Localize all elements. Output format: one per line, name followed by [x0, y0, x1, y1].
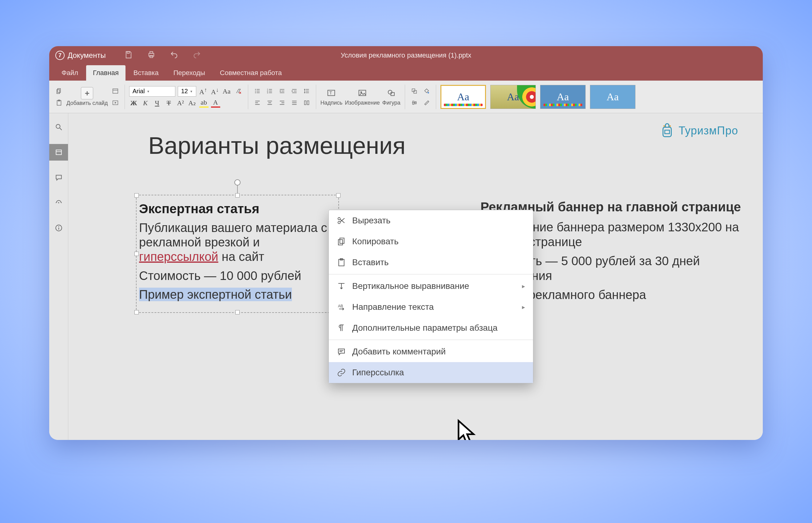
copy-menu-icon [337, 237, 346, 246]
sidebar-info[interactable] [49, 220, 68, 236]
chevron-right-icon: ▸ [522, 303, 525, 311]
bullets-icon[interactable] [253, 86, 262, 96]
layout-icon[interactable] [110, 86, 120, 96]
menubar: Файл Главная Вставка Переходы Совместная… [49, 65, 763, 80]
clear-format-icon[interactable] [234, 87, 244, 96]
ctx-cut[interactable]: Вырезать [329, 210, 533, 231]
svg-rect-54 [412, 89, 415, 91]
scissors-icon [337, 216, 346, 225]
add-slide-button[interactable]: + Добавить слайд [67, 87, 108, 106]
tab-transitions[interactable]: Переходы [167, 65, 212, 80]
tab-insert[interactable]: Вставка [127, 65, 165, 80]
tab-collaboration[interactable]: Совместная работа [213, 65, 289, 80]
ctx-paragraph-options[interactable]: Дополнительные параметры абзаца [329, 318, 533, 338]
change-case-icon[interactable]: Aa [222, 87, 231, 95]
resize-handle-tm[interactable] [235, 193, 240, 198]
svg-rect-4 [57, 88, 60, 92]
resize-handle-tl[interactable] [134, 193, 139, 198]
resize-handle-ml[interactable] [134, 252, 139, 256]
leftbox-p3: Пример экспертной статьи [139, 287, 336, 302]
decrease-indent-icon[interactable] [277, 86, 287, 96]
undo-icon[interactable] [170, 51, 179, 60]
superscript-button[interactable]: A² [176, 99, 185, 107]
resize-handle-tr[interactable] [336, 193, 340, 198]
ctx-text-direction[interactable]: AB Направление текста ▸ [329, 296, 533, 318]
ctx-add-comment[interactable]: Добавить комментарий [329, 341, 533, 362]
ctx-paste[interactable]: Вставить [329, 252, 533, 273]
align-left-icon[interactable] [253, 98, 262, 108]
tab-home[interactable]: Главная [86, 65, 126, 80]
cursor-arrow-icon [456, 419, 477, 440]
svg-text:3: 3 [267, 91, 268, 94]
theme-thumb-4[interactable]: Aa [590, 85, 635, 109]
svg-point-17 [255, 92, 256, 93]
image-label: Изображение [345, 100, 380, 106]
ctx-hyperlink[interactable]: Гиперссылка [329, 362, 533, 383]
line-spacing-icon[interactable] [302, 86, 312, 96]
image-button[interactable]: Изображение [345, 87, 380, 106]
slide-canvas[interactable]: ТуризмПро Варианты размещения Экспертная… [68, 113, 763, 440]
app-brand[interactable]: 7 Документы [55, 51, 106, 60]
ctx-copy[interactable]: Копировать [329, 231, 533, 252]
shape-label: Фигура [382, 100, 401, 106]
sidebar-comments[interactable] [49, 169, 68, 186]
tab-file[interactable]: Файл [55, 65, 85, 80]
svg-point-70 [669, 125, 671, 127]
align-center-icon[interactable] [265, 98, 275, 108]
increase-indent-icon[interactable] [290, 86, 299, 96]
sidebar-search[interactable] [49, 119, 68, 136]
textbox-button[interactable]: T Надпись [320, 87, 343, 106]
numbering-icon[interactable]: 123 [265, 86, 275, 96]
print-icon[interactable] [147, 51, 155, 60]
app-logo-icon: 7 [55, 51, 64, 60]
svg-rect-5 [57, 90, 60, 93]
titlebar: 7 Документы Условия рекламного размещени… [49, 46, 763, 65]
theme-thumb-1[interactable]: Aa [440, 85, 486, 109]
theme-thumb-3[interactable]: Aa [540, 85, 586, 109]
svg-point-13 [255, 89, 256, 90]
shape-button[interactable]: Фигура [382, 87, 401, 106]
rotate-handle[interactable] [234, 179, 241, 185]
resize-handle-bm[interactable] [235, 310, 240, 314]
play-icon[interactable] [110, 98, 120, 108]
strikethrough-button[interactable]: T [164, 99, 173, 107]
increase-font-icon[interactable]: A↑ [199, 87, 208, 96]
italic-button[interactable]: К [141, 99, 150, 107]
svg-rect-67 [663, 127, 671, 137]
decrease-font-icon[interactable]: A↓ [210, 87, 220, 96]
ribbon: + Добавить слайд Arial▾ 12▾ A↑ A↓ Aa Ж К… [49, 80, 763, 113]
shape-fill-icon[interactable] [422, 86, 431, 96]
font-name-select[interactable]: Arial▾ [129, 86, 175, 96]
slide-brand-logo: ТуризмПро [660, 123, 738, 139]
font-size-select[interactable]: 12▾ [178, 86, 196, 96]
svg-line-61 [60, 128, 62, 130]
align-right-icon[interactable] [277, 98, 287, 108]
underline-button[interactable]: Ч [152, 99, 162, 107]
link-icon [337, 368, 346, 377]
subscript-button[interactable]: A₂ [188, 99, 197, 107]
columns-icon[interactable] [302, 98, 312, 108]
selected-text: Пример экспертной статьи [139, 288, 292, 301]
paste-icon[interactable] [54, 98, 64, 108]
svg-point-60 [56, 124, 60, 128]
sidebar-present[interactable] [49, 195, 68, 211]
shape-outline-icon[interactable] [422, 98, 431, 108]
bold-button[interactable]: Ж [129, 99, 139, 107]
app-label: Документы [68, 51, 106, 60]
highlight-button[interactable]: ab [199, 98, 208, 108]
align-justify-icon[interactable] [290, 98, 299, 108]
ctx-vertical-align[interactable]: Вертикальное выравнивание ▸ [329, 276, 533, 296]
svg-rect-3 [150, 55, 152, 57]
redo-icon[interactable] [192, 51, 201, 60]
copy-icon[interactable] [54, 86, 64, 96]
save-icon[interactable] [124, 51, 133, 60]
sidebar-slides[interactable] [49, 144, 68, 161]
font-color-button[interactable]: A [211, 98, 220, 108]
arrange-icon[interactable] [409, 86, 419, 96]
resize-handle-bl[interactable] [134, 310, 139, 314]
comment-icon [337, 347, 346, 356]
selected-textbox[interactable]: Экспертная статья Публикация вашего мате… [136, 195, 339, 313]
document-title: Условия рекламного размещения (1).pptx [341, 51, 471, 59]
align-objects-icon[interactable] [409, 98, 419, 108]
theme-thumb-2[interactable]: Aa [490, 85, 536, 109]
